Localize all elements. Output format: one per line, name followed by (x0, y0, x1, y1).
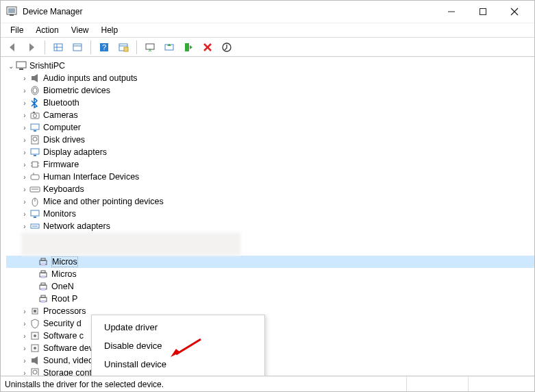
tree-category[interactable]: ›Software c (6, 330, 534, 342)
svg-rect-2 (10, 14, 14, 16)
camera-icon (29, 110, 40, 121)
expand-icon[interactable]: › (20, 357, 29, 365)
properties-button[interactable] (116, 40, 131, 55)
tree-category[interactable]: ›Display adapters (6, 146, 534, 158)
svg-rect-54 (41, 258, 45, 260)
tree-category-label: Mice and other pointing devices (43, 197, 164, 206)
tree-category[interactable]: ›Software devices (6, 342, 534, 354)
menu-file[interactable]: File (5, 24, 29, 36)
tree-category[interactable]: ›Processors (6, 305, 534, 317)
expand-icon[interactable]: › (20, 308, 29, 315)
menu-view[interactable]: View (66, 24, 95, 36)
context-menu-item[interactable]: Uninstall device (92, 355, 264, 373)
toolbar: ? (1, 38, 534, 57)
close-button[interactable] (499, 1, 530, 23)
svg-rect-26 (32, 76, 34, 80)
expand-icon[interactable]: › (20, 210, 29, 218)
tree-root[interactable]: ⌄ SrishtiPC (6, 60, 534, 72)
help-button[interactable]: ? (97, 40, 112, 55)
tree-category[interactable]: ›Computer (6, 121, 534, 134)
expand-icon[interactable]: › (20, 186, 29, 193)
tree-category[interactable]: ›Biometric devices (6, 84, 534, 97)
app-icon (6, 6, 17, 17)
expand-icon[interactable]: › (20, 369, 29, 377)
expand-icon[interactable]: › (20, 112, 29, 119)
shield-icon (29, 318, 40, 329)
device-tree[interactable]: ⌄ SrishtiPC ›Audio inputs and outputs›Bi… (1, 57, 534, 376)
update-driver-button[interactable] (162, 40, 177, 55)
tree-category[interactable]: ›Security d (6, 317, 534, 330)
tree-device[interactable]: Micros (6, 256, 534, 268)
tree-device[interactable]: OneN (6, 280, 534, 293)
expand-icon[interactable]: › (20, 198, 29, 206)
expand-icon[interactable]: › (20, 332, 29, 340)
svg-rect-49 (31, 210, 39, 216)
svg-rect-64 (41, 300, 45, 303)
view-button[interactable] (70, 40, 85, 55)
svg-rect-33 (34, 130, 36, 132)
svg-rect-71 (32, 358, 34, 363)
tree-category[interactable]: ›Mice and other pointing devices (6, 195, 534, 208)
show-hidden-button[interactable] (51, 40, 66, 55)
svg-point-68 (34, 334, 36, 337)
expand-icon[interactable]: › (20, 173, 29, 181)
tree-category[interactable]: ›Disk drives (6, 134, 534, 146)
svg-point-28 (33, 88, 37, 93)
status-text: Uninstalls the driver for the selected d… (5, 380, 164, 389)
tree-category-label: Keyboards (43, 184, 84, 194)
disable-device-button[interactable] (219, 40, 234, 55)
minimize-button[interactable] (436, 1, 467, 23)
toolbar-separator (45, 40, 45, 54)
forward-button[interactable] (24, 40, 39, 55)
expand-icon[interactable]: › (20, 124, 29, 132)
tree-category[interactable]: ›Human Interface Devices (6, 171, 534, 183)
tree-category[interactable]: ›Bluetooth (6, 97, 534, 109)
tree-device[interactable]: Micros (6, 268, 534, 280)
expand-icon[interactable]: › (20, 161, 29, 169)
net-icon (29, 221, 40, 232)
sw-icon (29, 330, 40, 341)
tree-category-label: Software c (43, 331, 84, 341)
expand-icon[interactable]: › (20, 136, 29, 144)
svg-rect-31 (33, 112, 35, 113)
tree-category[interactable]: ›Audio inputs and outputs (6, 72, 534, 84)
collapse-icon[interactable]: ⌄ (6, 62, 16, 70)
expand-icon[interactable]: › (20, 99, 29, 107)
monitor-icon (29, 208, 40, 219)
back-button[interactable] (5, 40, 20, 55)
svg-point-30 (34, 114, 37, 118)
tree-category[interactable]: ›Keyboards (6, 183, 534, 195)
tree-device[interactable]: Root P (6, 293, 534, 305)
enable-device-button[interactable] (181, 40, 196, 55)
menu-action[interactable]: Action (30, 24, 64, 36)
svg-rect-1 (8, 8, 15, 13)
expand-icon[interactable]: › (20, 223, 29, 230)
expand-icon[interactable]: › (20, 75, 29, 82)
tree-category-label: Biometric devices (43, 86, 110, 95)
expand-icon[interactable]: › (20, 149, 29, 156)
tree-category[interactable]: ›Monitors (6, 208, 534, 220)
tree-category[interactable]: ›Storage controllers (6, 367, 534, 376)
context-menu: Update driverDisable deviceUninstall dev… (91, 315, 265, 376)
svg-point-73 (33, 370, 37, 374)
uninstall-device-button[interactable] (200, 40, 215, 55)
menu-help[interactable]: Help (96, 24, 124, 36)
tree-category[interactable]: ›Cameras (6, 109, 534, 121)
svg-rect-4 (480, 9, 486, 15)
maximize-button[interactable] (467, 1, 499, 23)
tree-category-label: Disk drives (43, 135, 85, 145)
disk-icon (29, 134, 40, 145)
monitor-icon (29, 147, 40, 158)
svg-rect-63 (41, 295, 45, 297)
tree-category[interactable]: ›Sound, video and game controllers (6, 354, 534, 367)
expand-icon[interactable]: › (20, 320, 29, 328)
expand-icon[interactable]: › (20, 345, 29, 352)
tree-category[interactable]: ›Firmware (6, 158, 534, 171)
tree-category[interactable]: ›Network adapters (6, 220, 534, 232)
context-menu-item[interactable]: Disable device (92, 336, 264, 355)
context-menu-item[interactable]: Update driver (92, 318, 264, 336)
scan-hardware-button[interactable] (142, 40, 158, 55)
tree-category-label: Firmware (43, 160, 79, 169)
tree-category-label: Computer (43, 123, 81, 132)
expand-icon[interactable]: › (20, 87, 29, 95)
